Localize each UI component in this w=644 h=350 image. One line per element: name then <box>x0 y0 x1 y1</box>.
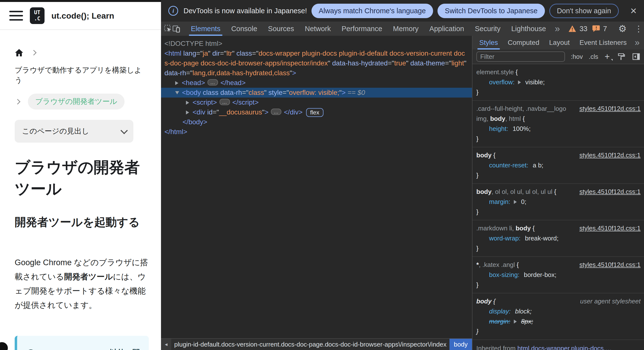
toc-collapsible[interactable]: このページの見出し <box>15 120 133 143</box>
hamburger-menu-button[interactable] <box>9 11 23 21</box>
settings-gear-icon[interactable]: ⚙ <box>614 23 630 34</box>
code-token: =" <box>282 89 289 96</box>
css-property-value[interactable]: break-word; <box>525 235 558 242</box>
sidebar-tab-layout[interactable]: Layout <box>544 36 574 50</box>
css-property-value[interactable]: visible; <box>525 78 545 86</box>
css-declaration[interactable]: counter-reset:a b; <box>476 160 640 170</box>
infobar-close-icon[interactable]: × <box>630 6 637 16</box>
toggle-hover-state-button[interactable]: :hov <box>571 53 583 61</box>
more-tabs-icon[interactable]: » <box>551 24 563 34</box>
logo-text-bottom: .C <box>34 16 40 22</box>
code-token: =" <box>220 50 226 57</box>
css-declaration[interactable]: overflow:visible; <box>476 77 640 87</box>
tree-node[interactable]: <script>…</script> <box>161 98 472 107</box>
switch-japanese-button[interactable]: Switch DevTools to Japanese <box>438 4 545 18</box>
inspect-element-icon[interactable] <box>164 23 172 35</box>
css-property-value[interactable]: 8px; <box>521 318 533 325</box>
sidebar-tab-event-listeners[interactable]: Event Listeners <box>574 36 632 50</box>
tree-node[interactable]: <html lang="ja" dir="ltr" class="docs-wr… <box>161 49 472 78</box>
expand-ellipsis-button[interactable]: … <box>220 99 230 105</box>
expand-value-arrow-icon[interactable] <box>518 80 521 84</box>
sidebar-more-tabs-icon[interactable]: » <box>632 38 642 48</box>
css-selector: body <box>476 297 492 305</box>
tab-lighthouse[interactable]: Lighthouse <box>506 22 551 36</box>
kebab-menu-icon[interactable]: ⋮ <box>630 24 644 34</box>
css-property-name[interactable]: height: <box>489 125 508 132</box>
breadcrumb-prev-icon[interactable]: ◂ <box>161 339 171 350</box>
new-style-rule-button[interactable]: + <box>604 52 610 62</box>
css-declaration[interactable]: margin:0; <box>476 197 640 207</box>
css-declaration[interactable]: height:100%; <box>476 124 640 134</box>
css-property-value[interactable]: a b; <box>533 161 543 169</box>
tab-application[interactable]: Application <box>424 22 470 36</box>
toggle-class-button[interactable]: .cls <box>589 53 598 61</box>
css-property-name[interactable]: box-sizing: <box>489 271 520 278</box>
tree-node-selected[interactable]: <body class data-rh="class" style="overf… <box>161 88 472 98</box>
sidebar-toggle-icon[interactable] <box>632 53 640 61</box>
site-logo[interactable]: UT .C <box>30 7 44 24</box>
styles-filter-input[interactable] <box>476 52 565 62</box>
stylesheet-source-link[interactable]: styles.4510f12d.css:1 <box>580 223 640 233</box>
code-token: class <box>235 50 252 57</box>
code-token: =" <box>196 50 202 57</box>
css-declaration[interactable]: display:block; <box>476 306 640 316</box>
tab-network[interactable]: Network <box>300 22 336 36</box>
tab-sources[interactable]: Sources <box>262 22 299 36</box>
inherited-element-link[interactable]: html.docs-wrapper.plugin-docs.… <box>517 344 612 350</box>
dont-show-again-button[interactable]: Don't show again <box>549 4 619 18</box>
flex-badge[interactable]: flex <box>306 108 324 117</box>
site-title[interactable]: ut.code(); Learn <box>52 11 114 21</box>
css-property-value[interactable]: 0; <box>521 198 526 205</box>
issues-badge[interactable]: 7 <box>592 25 607 33</box>
stylesheet-source-link[interactable]: styles.4510f12d.css:1 <box>580 150 640 160</box>
stylesheet-source-link[interactable]: styles.4510f12d.css:1 <box>580 187 640 197</box>
stylesheet-source-link[interactable]: styles.4510f12d.css:1 <box>580 104 640 114</box>
sidebar-tab-computed[interactable]: Computed <box>503 36 544 50</box>
css-property-name[interactable]: margin: <box>489 198 510 205</box>
expand-ellipsis-button[interactable]: … <box>271 109 282 115</box>
expand-ellipsis-button[interactable]: … <box>208 79 218 86</box>
breadcrumb-selected-node[interactable]: body <box>450 339 472 350</box>
match-language-button[interactable]: Always match Chrome's language <box>312 4 433 18</box>
css-property-name[interactable]: overflow: <box>489 78 514 86</box>
css-declaration[interactable]: margin:8px; <box>476 316 640 326</box>
css-property-name[interactable]: display: <box>489 308 511 315</box>
tree-node[interactable]: </body> <box>161 117 472 127</box>
collapse-arrow-icon[interactable] <box>175 91 179 94</box>
css-declaration[interactable]: box-sizing:border-box; <box>476 270 640 280</box>
css-property-value[interactable]: border-box; <box>524 271 556 278</box>
expand-value-arrow-icon[interactable] <box>514 320 517 323</box>
css-property-name[interactable]: margin: <box>489 318 510 325</box>
sidebar-tab-styles[interactable]: Styles <box>474 36 503 50</box>
tab-console[interactable]: Console <box>226 22 262 36</box>
tab-security[interactable]: Security <box>470 22 506 36</box>
css-declaration[interactable]: word-wrap:break-word; <box>476 233 640 243</box>
open-brace: { <box>514 68 518 76</box>
css-property-value[interactable]: 100%; <box>512 125 531 132</box>
close-brace: } <box>476 207 640 217</box>
tree-node[interactable]: </html> <box>161 127 472 137</box>
device-toolbar-icon[interactable] <box>172 23 180 35</box>
tab-elements[interactable]: Elements <box>186 22 226 36</box>
css-property-value[interactable]: block; <box>515 308 532 315</box>
expand-value-arrow-icon[interactable] <box>514 200 517 204</box>
warnings-badge[interactable]: 33 <box>568 25 587 33</box>
code-token: =" <box>186 69 192 77</box>
rendering-brush-icon[interactable] <box>617 53 625 61</box>
stylesheet-source-link[interactable]: styles.4510f12d.css:1 <box>580 260 640 270</box>
tree-node[interactable]: <!DOCTYPE html> <box>161 39 472 49</box>
tab-performance[interactable]: Performance <box>336 22 388 36</box>
home-icon[interactable] <box>15 49 24 57</box>
style-rule: styles.4510f12d.css:1.card--full-height,… <box>472 101 644 147</box>
breadcrumb-path[interactable]: plugin-id-default.docs-version-current.d… <box>171 339 450 350</box>
css-property-name[interactable]: word-wrap: <box>489 235 521 242</box>
expand-arrow-icon[interactable] <box>186 111 189 114</box>
tab-memory[interactable]: Memory <box>388 22 424 36</box>
expand-arrow-icon[interactable] <box>186 101 189 105</box>
css-property-name[interactable]: counter-reset: <box>489 161 528 169</box>
tree-node[interactable]: <div id="__docusaurus">…</div>flex <box>161 107 472 117</box>
breadcrumb-section[interactable]: ブラウザで動作するアプリを構築しよう <box>15 65 149 85</box>
expand-arrow-icon[interactable] <box>175 81 178 85</box>
code-token: data-rh <box>164 69 186 77</box>
tree-node[interactable]: <head>…</head> <box>161 78 472 88</box>
